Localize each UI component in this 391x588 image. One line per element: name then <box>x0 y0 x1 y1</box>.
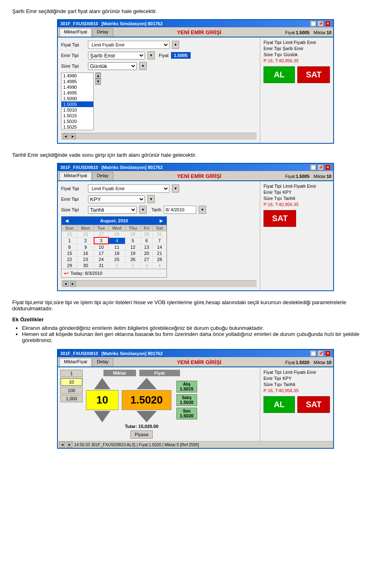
pin-icon-2[interactable]: 📌 <box>318 165 323 170</box>
scroll-up-btn[interactable]: ▲ <box>95 73 101 79</box>
status-nav-right[interactable]: ► <box>67 442 72 448</box>
price-item-8[interactable]: 1.5020 <box>62 118 93 124</box>
w2-fiyat-tipi-dropdown-arrow[interactable]: ▼ <box>172 184 179 193</box>
cal-day[interactable]: 24 <box>94 257 109 263</box>
cal-day[interactable]: 11 <box>108 244 125 250</box>
cal-day[interactable]: 16 <box>77 250 94 257</box>
miktar-up-btn[interactable] <box>94 378 110 389</box>
cal-day[interactable]: 27 <box>141 257 153 263</box>
cal-day[interactable]: 25 <box>108 257 125 263</box>
price-item-9[interactable]: 1.5025 <box>62 124 93 130</box>
cal-day[interactable]: 4 <box>153 263 167 269</box>
tab-miktar-fiyat-2[interactable]: Miktar/Fiyat <box>59 172 92 180</box>
nav-right-btn-2[interactable]: ► <box>70 281 76 287</box>
cal-day[interactable]: 28 <box>153 257 167 263</box>
grid-icon-3[interactable]: ▦ <box>310 351 316 356</box>
cal-day[interactable]: 10 <box>94 244 109 250</box>
cal-next-btn[interactable]: ► <box>158 217 164 224</box>
cal-day[interactable]: 7 <box>153 237 167 244</box>
w2-emir-tipi-dropdown-arrow[interactable]: ▼ <box>147 195 155 203</box>
tab-detay-2[interactable]: Detay <box>92 172 113 180</box>
piyasa-btn[interactable]: Piyasa <box>130 430 153 439</box>
w2-sure-tipi-select[interactable]: Tarihli <box>88 206 137 214</box>
cal-day[interactable]: 21 <box>153 250 167 257</box>
cal-day-3[interactable]: 3 <box>94 237 109 244</box>
cal-day[interactable]: 20 <box>141 250 153 257</box>
miktar-down-btn[interactable] <box>94 411 110 422</box>
fiyat-up-btn[interactable] <box>136 378 157 389</box>
price-item-6[interactable]: 1.5010 <box>62 107 93 113</box>
cal-day[interactable]: 14 <box>153 244 167 250</box>
cal-day[interactable]: 15 <box>62 250 77 257</box>
price-list[interactable]: 1.4980 1.4985 1.4990 1.4995 1.5000 1.500… <box>61 72 94 130</box>
sure-tipi-dropdown-arrow[interactable]: ▼ <box>139 62 147 70</box>
cal-day[interactable]: 17 <box>94 250 109 257</box>
close-icon-2[interactable]: ✕ <box>325 165 331 170</box>
cal-day[interactable]: 22 <box>62 257 77 263</box>
tab-miktar-fiyat-3[interactable]: Miktar/Fiyat <box>59 358 92 366</box>
pin-icon-3[interactable]: 📌 <box>318 351 323 356</box>
cal-day[interactable]: 13 <box>141 244 153 250</box>
nav-right-btn[interactable]: ► <box>70 134 76 139</box>
close-icon-3[interactable]: ✕ <box>325 351 331 356</box>
tab-miktar-fiyat-1[interactable]: Miktar/Fiyat <box>59 28 92 37</box>
cal-day[interactable]: 1 <box>108 263 125 269</box>
price-item-3[interactable]: 1.4995 <box>62 90 93 96</box>
cal-day[interactable]: 23 <box>77 257 94 263</box>
price-item-0[interactable]: 1.4980 <box>62 73 93 79</box>
qty-btn-1[interactable]: 1 <box>60 370 83 377</box>
cal-day[interactable]: 29 <box>125 231 141 238</box>
cal-day[interactable]: 27 <box>94 231 109 238</box>
sat-button-3[interactable]: SAT <box>297 396 330 413</box>
emir-tipi-select[interactable]: Şartlı Emir <box>88 52 145 59</box>
price-item-7[interactable]: 1.5015 <box>62 113 93 118</box>
qty-btn-100[interactable]: 100 <box>60 387 83 394</box>
price-item-1[interactable]: 1.4985 <box>62 79 93 84</box>
status-nav-left[interactable]: ◄ <box>59 442 65 448</box>
cal-day[interactable]: 2 <box>125 263 141 269</box>
close-icon[interactable]: ✕ <box>325 21 331 26</box>
cal-day[interactable]: 30 <box>141 231 153 238</box>
nav-left-btn-2[interactable]: ◄ <box>63 281 68 287</box>
sat-button-1[interactable]: SAT <box>297 66 330 83</box>
cal-day[interactable]: 26 <box>77 231 94 238</box>
cal-day[interactable]: 29 <box>62 263 77 269</box>
fiyat-tipi-select[interactable]: Limit Fiyatlı Emir <box>88 41 169 49</box>
al-button-3[interactable]: AL <box>264 396 295 413</box>
w2-emir-tipi-select[interactable]: KPY <box>88 195 145 203</box>
price-item-4[interactable]: 1.5000 <box>62 96 93 101</box>
cal-day[interactable]: 25 <box>62 231 77 238</box>
w2-fiyat-tipi-select[interactable]: Limit Fiyatlı Emir <box>88 184 169 193</box>
pin-icon[interactable]: 📌 <box>318 21 323 26</box>
qty-btn-1000[interactable]: 1,000 <box>60 395 83 402</box>
cal-day[interactable]: 3 <box>141 263 153 269</box>
cal-day[interactable]: 5 <box>125 237 141 244</box>
tab-detay-3[interactable]: Detay <box>92 358 113 366</box>
al-button-1[interactable]: AL <box>264 66 295 83</box>
scroll-down-btn[interactable]: ▼ <box>95 79 101 84</box>
cal-day[interactable]: 12 <box>125 244 141 250</box>
grid-icon-2[interactable]: ▦ <box>310 165 316 170</box>
cal-day[interactable]: 19 <box>125 250 141 257</box>
cal-day[interactable]: 26 <box>125 257 141 263</box>
cal-day[interactable]: 28 <box>108 231 125 238</box>
nav-left-btn[interactable]: ◄ <box>63 134 68 139</box>
sure-tipi-select[interactable]: Günlük <box>88 62 137 70</box>
scrollbar-1[interactable]: ▲ ▼ <box>95 72 101 85</box>
cal-day[interactable]: 31 <box>94 263 109 269</box>
cal-day[interactable]: 1 <box>62 237 77 244</box>
fiyat-down-btn[interactable] <box>136 411 157 422</box>
grid-icon[interactable]: ▦ <box>310 21 316 26</box>
cal-day-4[interactable]: 4 <box>108 237 125 244</box>
w2-sure-tipi-dropdown-arrow[interactable]: ▼ <box>139 206 147 214</box>
cal-day[interactable]: 6 <box>141 237 153 244</box>
cal-day[interactable]: 9 <box>77 244 94 250</box>
emir-tipi-dropdown-arrow[interactable]: ▼ <box>147 51 155 59</box>
cal-day[interactable]: 31 <box>153 231 167 238</box>
cal-day[interactable]: 8 <box>62 244 77 250</box>
tab-detay-1[interactable]: Detay <box>92 28 113 37</box>
fiyat-tipi-dropdown-arrow[interactable]: ▼ <box>172 41 179 49</box>
sat-button-2[interactable]: SAT <box>264 210 296 227</box>
cal-day[interactable]: 2 <box>77 237 94 244</box>
w2-tarih-dropdown-arrow[interactable]: ▼ <box>199 206 206 214</box>
